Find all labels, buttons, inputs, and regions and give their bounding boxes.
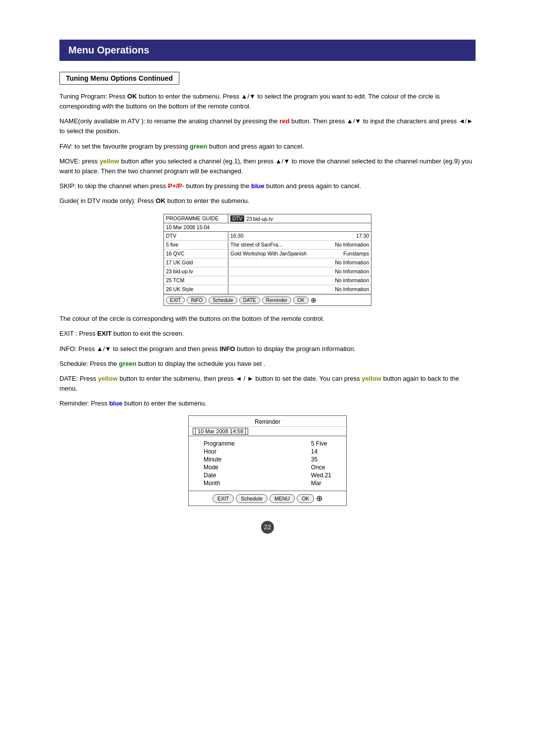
tuning-program-para: Tuning Program: Press OK button to enter…: [59, 92, 476, 111]
reminder-menu-button[interactable]: MENU: [269, 494, 295, 503]
guide-ch-name-5: 26 UK Style: [164, 285, 228, 294]
guide-date-button[interactable]: DATE: [239, 297, 260, 304]
guide-header-left: PROGRAMME GUIDE: [164, 214, 228, 223]
guide-ch-info-right-3: No Information: [333, 268, 369, 275]
guide-dtv-channel: DTV: [164, 232, 228, 240]
reminder-nav-icon: ⊕: [316, 494, 322, 503]
guide-ch-info-left-4: [230, 277, 333, 284]
reminder-title-row: Reminder: [189, 416, 346, 427]
reminder-note-para: Reminder: Press blue button to enter the…: [59, 399, 476, 408]
guide-ch-name-4: 25 TCM: [164, 276, 228, 285]
exit-note-para: EXIT : Press EXIT button to exit the scr…: [59, 329, 476, 339]
guide-ch-info-left-5: [230, 286, 333, 293]
reminder-programme-label: Programme: [204, 440, 235, 447]
reminder-title: Reminder: [255, 418, 280, 425]
guide-channel-row-5: 26 UK Style No Information: [164, 285, 371, 294]
guide-ch-info-right-0: No Information: [333, 242, 369, 248]
move-para: MOVE: press yellow button after you sele…: [59, 156, 476, 176]
guide-ch-name-2: 17 UK Gold: [164, 258, 228, 267]
reminder-mode-value: Once: [311, 464, 331, 471]
guide-info-button[interactable]: INFO: [187, 297, 207, 304]
reminder-values: 5 Five 14 35 Once Wed.21 Mar: [311, 440, 331, 487]
guide-exit-button[interactable]: EXIT: [166, 297, 185, 304]
guide-channel-row-3: 23 bid-up.tv No Information: [164, 267, 371, 276]
subsection-title-text: Tuning Menu Options Continued: [66, 74, 173, 82]
date-note-para: DATE: Press yellow button to enter the s…: [59, 374, 476, 394]
guide-ch-info-5: No Information: [228, 285, 371, 294]
guide-header-label: PROGRAMME GUIDE: [166, 215, 218, 221]
guide-time2: 17:30: [354, 233, 369, 239]
guide-reminder-button[interactable]: Reminder: [262, 297, 291, 304]
guide-ch-info-right-1: Funstamps: [341, 251, 369, 257]
guide-dtv-times: 16:30 17:30: [228, 232, 371, 240]
subsection-header: Tuning Menu Options Continued: [59, 72, 179, 85]
programme-guide-container: PROGRAMME GUIDE DTV 23 bid-up.tv 10 Mar …: [59, 214, 476, 306]
guide-header-right: DTV 23 bid-up.tv: [228, 214, 371, 223]
reminder-date-label: Date: [204, 472, 235, 479]
guide-ok-button[interactable]: OK: [293, 297, 308, 304]
reminder-minute-label: Minute: [204, 456, 235, 463]
reminder-programme-value: 5 Five: [311, 440, 331, 447]
fav-para: FAV: to set the favourite program by pre…: [59, 142, 476, 151]
guide-ch-info-1: Gold Workshop With JanSpanish Funstamps: [228, 250, 371, 258]
guide-ch-info-4: No Information: [228, 276, 371, 285]
programme-guide-box: PROGRAMME GUIDE DTV 23 bid-up.tv 10 Mar …: [163, 214, 372, 306]
reminder-date-text: 10 Mar 2008 14:58: [195, 428, 246, 435]
guide-intro-para: Guide( in DTV mode only): Press OK butto…: [59, 196, 476, 206]
guide-ch-name-1: 16 QVC: [164, 250, 228, 258]
guide-channel-row-1: 16 QVC Gold Workshop With JanSpanish Fun…: [164, 250, 371, 258]
guide-channel-row-2: 17 UK Gold No Information: [164, 258, 371, 267]
guide-ch-info-0: The street of SanFra... No Information: [228, 241, 371, 249]
reminder-month-value: Mar: [311, 480, 331, 487]
schedule-note-para: Schedule: Press the green button to disp…: [59, 359, 476, 369]
reminder-ok-button[interactable]: OK: [297, 494, 314, 503]
guide-ch-info-left-1: Gold Workshop With JanSpanish: [230, 251, 341, 257]
guide-ch-info-2: No Information: [228, 258, 371, 267]
info-note-para: INFO: Press ▲/▼ to select the program an…: [59, 344, 476, 354]
name-para: NAME(only available in ATV ): to rename …: [59, 116, 476, 136]
guide-channel-row-4: 25 TCM No Information: [164, 276, 371, 285]
section-header: Menu Operations: [59, 40, 476, 61]
guide-date: 10 Mar 2008 15:04: [166, 224, 210, 230]
guide-time1: 16:30: [230, 233, 354, 239]
reminder-mode-label: Mode: [204, 464, 235, 471]
guide-ch-info-left-2: [230, 259, 333, 266]
reminder-hour-value: 14: [311, 448, 331, 455]
guide-schedule-button[interactable]: Schedule: [209, 297, 237, 304]
guide-buttons-row: EXIT INFO Schedule DATE Reminder OK ⊕: [164, 294, 371, 305]
reminder-data: Programme Hour Minute Mode Date Month 5 …: [189, 436, 346, 491]
guide-header-row: PROGRAMME GUIDE DTV 23 bid-up.tv: [164, 214, 371, 223]
reminder-date-row: 10 Mar 2008 14:58: [189, 427, 346, 436]
reminder-minute-value: 35: [311, 456, 331, 463]
reminder-buttons-row: EXIT Schedule MENU OK ⊕: [189, 491, 346, 505]
guide-ch-name-3: 23 bid-up.tv: [164, 267, 228, 276]
reminder-container: Reminder 10 Mar 2008 14:58 Programme Hou…: [59, 415, 476, 506]
page-number: 22: [261, 521, 274, 534]
guide-nav-icon: ⊕: [311, 296, 317, 304]
guide-ch-info-3: No Information: [228, 267, 371, 276]
guide-channel-row-0: 5 five The street of SanFra... No Inform…: [164, 241, 371, 250]
reminder-schedule-button[interactable]: Schedule: [236, 494, 268, 503]
reminder-box: Reminder 10 Mar 2008 14:58 Programme Hou…: [188, 415, 347, 506]
section-title: Menu Operations: [68, 45, 149, 55]
guide-ch-info-right-5: No Information: [333, 286, 369, 293]
reminder-date-field-value: Wed.21: [311, 472, 331, 479]
guide-date-row: 10 Mar 2008 15:04: [164, 223, 371, 232]
page-number-container: 22: [59, 521, 476, 534]
guide-ch-name-0: 5 five: [164, 241, 228, 249]
reminder-date-value: 10 Mar 2008 14:58: [193, 428, 248, 435]
guide-channel-number: 23: [246, 216, 252, 222]
guide-ch-info-right-4: No Information: [333, 277, 369, 284]
skip-para: SKIP: to skip the channel when press P+/…: [59, 181, 476, 191]
guide-ch-info-left-3: [230, 268, 333, 275]
guide-dtv-label: DTV: [230, 215, 244, 222]
guide-channel-name: bid-up.tv: [253, 216, 273, 222]
guide-ch-info-right-2: No Information: [333, 259, 369, 266]
reminder-month-label: Month: [204, 480, 235, 487]
guide-ch-info-left-0: The street of SanFra...: [230, 242, 333, 248]
reminder-hour-label: Hour: [204, 448, 235, 455]
colour-note-para: The colour of the circle is correspondin…: [59, 314, 476, 324]
guide-dtv-row: DTV 16:30 17:30: [164, 232, 371, 241]
reminder-exit-button[interactable]: EXIT: [213, 494, 234, 503]
reminder-labels: Programme Hour Minute Mode Date Month: [204, 440, 235, 487]
